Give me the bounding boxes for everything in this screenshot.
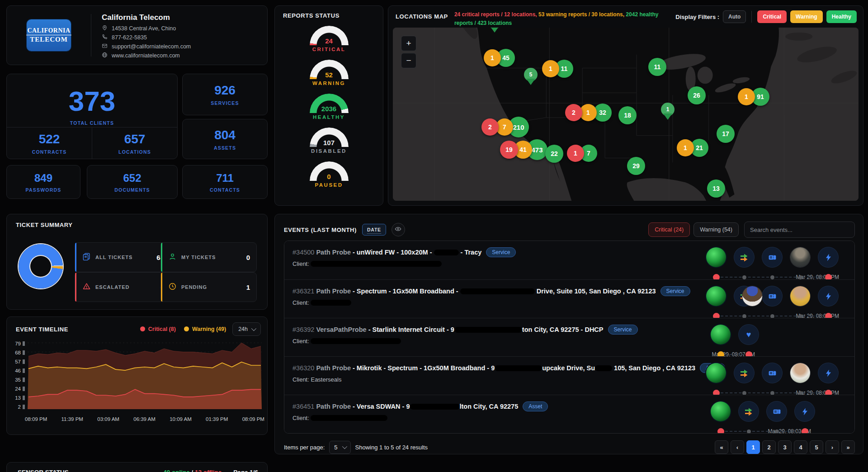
page-first-button[interactable]: « (715, 440, 728, 454)
search-input[interactable] (744, 222, 855, 238)
event-client: Client: (292, 260, 701, 267)
bolt-icon[interactable] (795, 401, 815, 421)
page-button-1[interactable]: 1 (746, 440, 760, 454)
events-filter-chip-warn[interactable]: Warning (54) (693, 222, 739, 237)
ticket-tile-all-tickets[interactable]: ALL TICKETS64 (75, 242, 171, 272)
map-cluster-marker[interactable]: 13 (707, 179, 725, 198)
event-row[interactable]: #34500 Path Probe - unWired FW - 100x20M… (284, 241, 854, 279)
contacts-label: CONTACTS (210, 187, 240, 193)
map-cluster-marker[interactable]: 1 (677, 139, 694, 156)
event-text: #36451 Path Probe - Versa SDWAN - 9lton … (292, 401, 705, 433)
contracts-value: 522 (7, 132, 92, 146)
map-cluster-marker[interactable]: 18 (618, 106, 637, 124)
event-badge-asset[interactable]: Asset (523, 401, 548, 411)
globe-status-icon[interactable] (711, 401, 731, 421)
contacts-value: 711 (216, 172, 234, 184)
bolt-icon[interactable] (818, 363, 838, 383)
map-cluster-marker[interactable]: 2 (565, 104, 582, 121)
timeline-x-axis: 08:09 PM11:39 PM03:09 AM06:39 AM10:09 AM… (25, 416, 264, 422)
company-email[interactable]: support@californiatelecom.com (112, 43, 191, 50)
date-filter-button[interactable]: DATE (362, 224, 386, 236)
filter-button-critical[interactable]: Critical (757, 10, 787, 23)
event-row[interactable]: #36321 Path Probe - Spectrum - 1Gx50M Br… (284, 279, 854, 318)
visibility-toggle-button[interactable] (392, 223, 405, 236)
assets-card[interactable]: 804 ASSETS (182, 119, 268, 159)
items-per-page-select[interactable]: 5 (329, 441, 350, 454)
map-cluster-marker[interactable]: 1 (484, 49, 501, 66)
events-filter-chip-crit[interactable]: Critical (24) (648, 222, 690, 237)
event-row[interactable]: #36392 VersaPathProbe - Starlink Interne… (284, 318, 854, 356)
map-cluster-marker[interactable]: 17 (717, 125, 735, 143)
user-avatar[interactable] (742, 286, 762, 306)
page-button-5[interactable]: 5 (810, 440, 823, 454)
page-button-4[interactable]: 4 (794, 440, 807, 454)
sync-icon[interactable] (734, 247, 754, 267)
map-zoom-in-button[interactable]: + (401, 36, 416, 51)
user-avatar[interactable] (790, 286, 810, 306)
map-pin-marker[interactable] (488, 28, 501, 29)
event-client: Client: Easterseals (292, 376, 701, 383)
filter-button-healthy[interactable]: Healthy (826, 10, 857, 23)
map-cluster-marker[interactable]: 22 (545, 145, 563, 163)
ticket-icon[interactable] (762, 286, 782, 306)
ticket-icon[interactable] (767, 401, 787, 421)
user-avatar[interactable] (790, 363, 810, 383)
event-icon-slot (739, 401, 759, 421)
sync-icon[interactable] (739, 401, 759, 421)
map-cluster-marker[interactable]: 29 (627, 157, 645, 175)
map-cluster-marker[interactable]: 1 (567, 145, 584, 162)
company-website[interactable]: www.californiatelecom.com (112, 52, 180, 59)
events-list: #34500 Path Probe - unWired FW - 100x20M… (284, 241, 855, 434)
passwords-card[interactable]: 849 PASSWORDS (6, 165, 80, 199)
event-badge-service[interactable]: Service (660, 286, 690, 296)
page-next-button[interactable]: › (826, 440, 839, 454)
event-icon-slot (790, 247, 810, 267)
filter-button-auto[interactable]: Auto (723, 10, 746, 23)
map-cluster-marker[interactable]: 11 (648, 58, 666, 76)
locations-stat[interactable]: 657 LOCATIONS (92, 127, 177, 159)
globe-status-icon[interactable] (706, 286, 726, 306)
timeline-range-select[interactable]: 24h (232, 322, 261, 336)
services-label: SERVICES (211, 100, 239, 106)
ticket-icon[interactable] (762, 363, 782, 383)
sync-icon[interactable] (734, 363, 754, 383)
items-per-page-value: 5 (334, 444, 337, 451)
map-cluster-marker[interactable]: 2 (481, 118, 499, 136)
event-badge-service[interactable]: Service (486, 247, 516, 257)
bolt-icon[interactable] (818, 247, 838, 267)
documents-label: DOCUMENTS (114, 187, 150, 193)
map-cluster-marker[interactable]: 19 (500, 141, 518, 159)
ticket-icon[interactable] (762, 247, 782, 267)
event-row[interactable]: #36451 Path Probe - Versa SDWAN - 9lton … (284, 395, 854, 433)
ticket-tile-pending[interactable]: PENDING1 (160, 272, 257, 302)
page-button-2[interactable]: 2 (762, 440, 776, 454)
ticket-tile-escalated[interactable]: ESCALATED0 (75, 272, 171, 302)
documents-card[interactable]: 652 DOCUMENTS (87, 165, 178, 199)
bolt-icon[interactable] (818, 286, 838, 306)
map-cluster-marker[interactable]: 1 (542, 60, 559, 77)
page-prev-button[interactable]: ‹ (731, 440, 744, 454)
map-cluster-marker[interactable]: 26 (688, 86, 706, 104)
ticket-tile-my-tickets[interactable]: MY TICKETS0 (160, 242, 257, 272)
map-pin-marker[interactable]: 5 (524, 68, 538, 81)
person-icon (168, 252, 177, 263)
page-last-button[interactable]: » (841, 440, 855, 454)
heart-icon[interactable]: ♥ (739, 325, 759, 345)
event-probe-type: Path Probe (316, 364, 351, 372)
services-card[interactable]: 926 SERVICES (182, 74, 268, 115)
globe-status-icon[interactable] (706, 247, 726, 267)
globe-status-icon[interactable] (711, 325, 731, 345)
map-canvas[interactable]: + − 145511111261912132181272101719414732… (393, 28, 859, 201)
map-zoom-out-button[interactable]: − (401, 53, 416, 68)
globe-status-icon[interactable] (706, 363, 726, 383)
event-badge-service[interactable]: Service (608, 325, 638, 335)
event-row[interactable]: #36320 Path Probe - Mikrotik - Spectrum … (284, 356, 854, 395)
contacts-card[interactable]: 711 CONTACTS (182, 165, 268, 199)
user-avatar[interactable] (790, 247, 810, 267)
page-button-3[interactable]: 3 (778, 440, 792, 454)
map-cluster-marker[interactable]: 1 (738, 88, 755, 105)
map-pin-marker[interactable]: 1 (661, 103, 675, 116)
event-status-strip: Mar 29, 08:04 PM (706, 363, 846, 395)
contracts-stat[interactable]: 522 CONTRACTS (7, 127, 92, 159)
filter-button-warning[interactable]: Warning (790, 10, 823, 23)
